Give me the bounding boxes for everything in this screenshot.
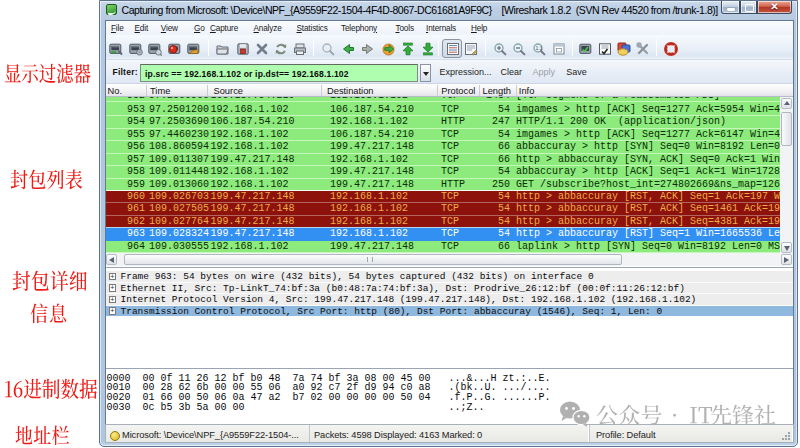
svg-text:1:1: 1:1 [535,45,542,51]
